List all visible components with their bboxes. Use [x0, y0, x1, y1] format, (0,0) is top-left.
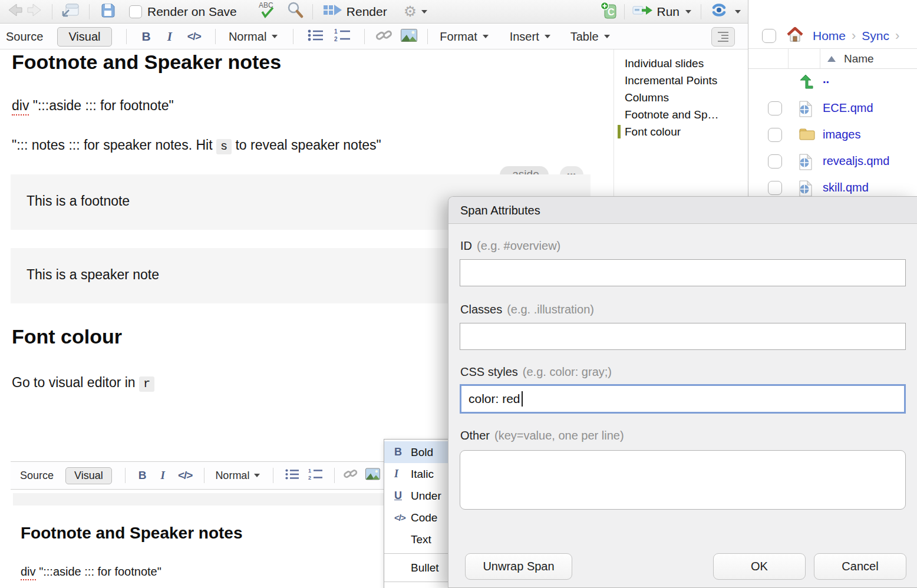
svg-text:1: 1 [308, 468, 311, 474]
paragraph-notes[interactable]: "::: notes ::: for speaker notes. Hit s … [12, 137, 381, 153]
id-hint: (e.g. #overview) [477, 239, 560, 252]
paragraph-aside[interactable]: div ":::aside ::: for footnote" [12, 98, 174, 114]
select-all-checkbox[interactable] [762, 29, 776, 43]
outline-toggle-button[interactable] [711, 27, 735, 47]
qmd-file-icon [798, 153, 813, 174]
rstudio-window: Render on Save ABC Render ⚙ C Run [0, 0, 917, 588]
css-styles-input[interactable]: color: red [460, 384, 906, 414]
divider [293, 29, 293, 44]
rerun-sync-icon[interactable] [708, 1, 730, 22]
other-hint: (key=value, one per line) [494, 429, 624, 442]
file-name-link[interactable]: images [823, 128, 860, 141]
source-tab[interactable]: Source [6, 30, 43, 44]
file-name-link[interactable]: revealjs.qmd [823, 154, 889, 168]
code-button[interactable]: </> [187, 31, 201, 43]
other-label: Other(key=value, one per line) [460, 429, 624, 442]
outline-item-footnote[interactable]: Footnote and Sp… [614, 106, 747, 123]
file-checkbox[interactable] [768, 181, 782, 195]
table-menu-button[interactable]: Table [570, 30, 599, 44]
visual-tab[interactable]: Visual [57, 27, 111, 47]
run-icon[interactable] [632, 2, 654, 21]
insert-menu-button[interactable]: Insert [510, 30, 539, 44]
heading-font-colour[interactable]: Font colour [12, 325, 122, 348]
embedded-paragraph-aside: div ":::aside ::: for footnote" [21, 565, 161, 579]
divider [427, 29, 428, 44]
search-icon[interactable] [285, 1, 304, 22]
italic-icon: I [394, 468, 411, 480]
column-divider [820, 49, 820, 68]
bullet-list-icon[interactable] [306, 28, 324, 45]
italic-button[interactable]: I [167, 29, 172, 44]
file-checkbox[interactable] [768, 154, 782, 169]
embedded-link-icon [343, 467, 359, 484]
file-name-link[interactable]: skill.qmd [823, 181, 869, 194]
gear-icon[interactable]: ⚙ [404, 4, 417, 19]
embedded-visual-tab: Visual [65, 467, 112, 484]
outline-item-font-colour[interactable]: Font colour [614, 123, 747, 140]
divider [364, 29, 365, 44]
file-row-images[interactable]: images [748, 122, 917, 148]
paragraph-visual-editor[interactable]: Go to visual editor in r [12, 375, 154, 391]
divider [273, 468, 273, 483]
file-name-link[interactable]: .. [823, 72, 829, 86]
insert-menu-caret-icon[interactable] [545, 35, 550, 38]
format-menu-button[interactable]: Format [440, 30, 477, 44]
divider [52, 4, 52, 19]
embedded-numbered-list-icon: 12 [308, 468, 324, 484]
home-icon[interactable] [786, 26, 804, 47]
qmd-file-icon [798, 100, 813, 121]
outline-item-incremental-points[interactable]: Incremental Points [614, 72, 747, 89]
id-input[interactable] [460, 259, 906, 286]
rerun-options-caret-icon[interactable] [735, 10, 741, 14]
run-button[interactable]: Run [657, 5, 679, 19]
render-icon[interactable] [322, 2, 342, 21]
name-column-header[interactable]: Name [844, 52, 874, 65]
classes-input[interactable] [460, 323, 906, 350]
visual-editor-toolbar: Source Visual B I </> Normal 12 Format I… [0, 24, 748, 49]
files-table-header[interactable]: Name [748, 49, 917, 69]
svg-text:2: 2 [308, 475, 311, 481]
numbered-list-icon[interactable]: 12 [334, 28, 351, 45]
forward-icon[interactable] [26, 2, 45, 21]
breadcrumb-home-link[interactable]: Home [813, 29, 846, 43]
divider [125, 468, 126, 483]
text-cursor [522, 391, 523, 407]
spellcheck-icon[interactable]: ABC [257, 1, 278, 22]
back-icon[interactable] [5, 2, 24, 21]
outline-item-individual-slides[interactable]: Individual slides [614, 55, 747, 72]
file-checkbox[interactable] [768, 128, 782, 142]
css-styles-hint: (e.g. color: gray;) [523, 365, 612, 378]
file-name-link[interactable]: ECE.qmd [823, 101, 873, 115]
link-icon[interactable] [375, 28, 393, 46]
paragraph-style-caret-icon[interactable] [272, 35, 278, 38]
save-icon[interactable] [100, 2, 116, 21]
open-in-new-window-icon[interactable] [61, 2, 81, 21]
image-icon[interactable] [400, 28, 418, 46]
run-options-caret-icon[interactable] [685, 10, 691, 14]
bold-button[interactable]: B [142, 29, 151, 44]
classes-label: Classes(e.g. .illustration) [460, 303, 594, 316]
render-options-caret-icon[interactable] [421, 10, 427, 14]
divider [126, 29, 127, 44]
folder-icon [798, 127, 816, 145]
embedded-bullet-list-icon [284, 468, 300, 484]
cancel-button[interactable]: Cancel [814, 553, 906, 580]
divider [215, 29, 216, 44]
unwrap-span-button[interactable]: Unwrap Span [465, 553, 572, 580]
render-button[interactable]: Render [347, 5, 387, 19]
file-row-revealjs-qmd[interactable]: revealjs.qmd [748, 148, 917, 175]
other-textarea[interactable] [460, 450, 906, 510]
files-toolbar-spacer [748, 0, 917, 24]
format-menu-caret-icon[interactable] [483, 35, 489, 38]
file-row-parent-dir[interactable]: .. [748, 69, 917, 95]
ok-button[interactable]: OK [713, 553, 806, 580]
file-checkbox[interactable] [768, 101, 782, 115]
table-menu-caret-icon[interactable] [604, 35, 610, 38]
paragraph-style-select[interactable]: Normal [229, 30, 266, 44]
render-on-save-checkbox[interactable] [129, 5, 142, 18]
file-row-ece-qmd[interactable]: ECE.qmd [748, 95, 917, 122]
insert-chunk-icon[interactable]: C [599, 1, 618, 22]
heading-footnote-speaker[interactable]: Footnote and Speaker notes [12, 51, 281, 74]
outline-item-columns[interactable]: Columns [614, 89, 747, 106]
breadcrumb-sync-link[interactable]: Sync [862, 29, 889, 43]
